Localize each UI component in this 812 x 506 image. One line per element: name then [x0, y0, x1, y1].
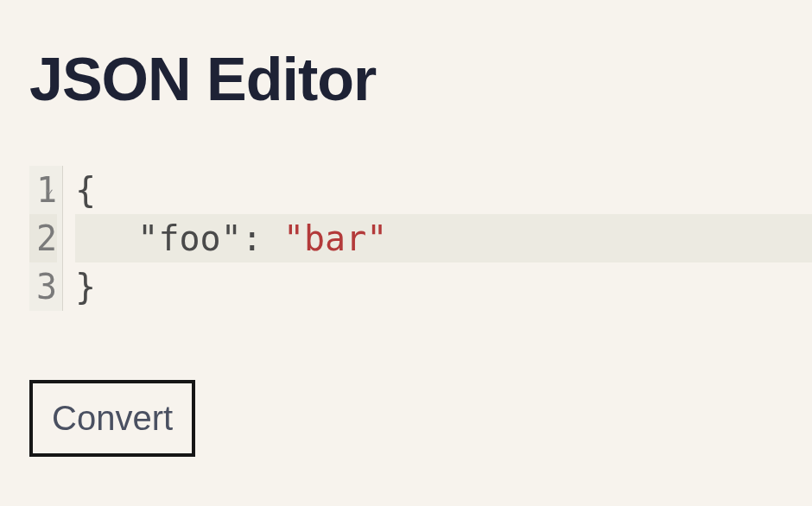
code-line-1[interactable]: {	[75, 166, 812, 214]
indent	[75, 214, 137, 262]
json-value: "bar"	[283, 214, 387, 262]
gutter-line-1: 1 ⌄	[29, 166, 57, 214]
line-gutter: 1 ⌄ 2 3	[29, 166, 63, 311]
convert-button[interactable]: Convert	[29, 380, 195, 457]
brace-open: {	[75, 166, 96, 214]
json-key: "foo"	[137, 214, 241, 262]
chevron-down-icon[interactable]: ⌄	[45, 164, 54, 212]
gutter-line-3: 3	[29, 262, 57, 311]
code-line-2[interactable]: "foo": "bar"	[75, 214, 812, 262]
line-number: 2	[36, 214, 57, 262]
code-line-3[interactable]: }	[75, 262, 812, 311]
gutter-line-2: 2	[29, 214, 57, 262]
brace-close: }	[75, 262, 96, 311]
line-number: 3	[36, 262, 57, 311]
json-editor[interactable]: 1 ⌄ 2 3 { "foo": "bar" }	[29, 166, 812, 311]
colon: :	[242, 214, 283, 262]
page-title: JSON Editor	[29, 45, 812, 114]
code-area[interactable]: { "foo": "bar" }	[63, 166, 812, 311]
